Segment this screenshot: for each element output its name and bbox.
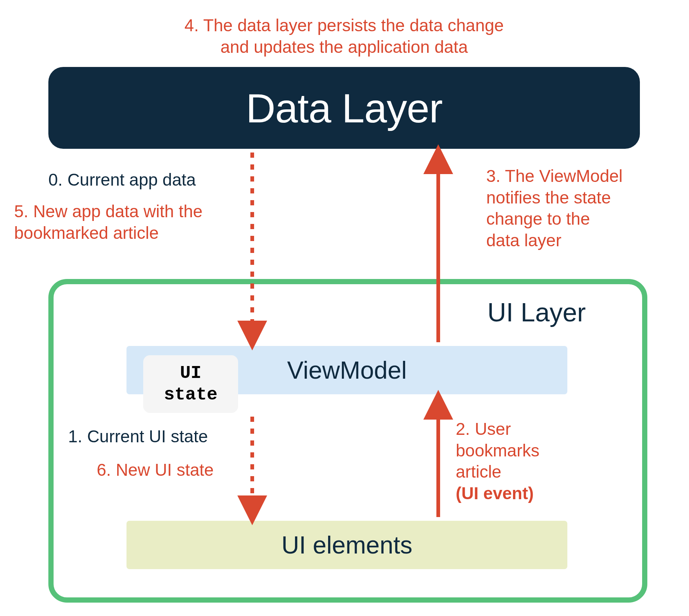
data-layer-label: Data Layer xyxy=(246,84,442,132)
annotation-step3-line2: notifies the state xyxy=(486,187,623,209)
architecture-diagram: 4. The data layer persists the data chan… xyxy=(0,0,689,616)
annotation-step5-line2: bookmarked article xyxy=(14,222,202,244)
annotation-step2-line1: 2. User xyxy=(456,418,539,440)
annotation-step1: 1. Current UI state xyxy=(68,426,208,447)
ui-state-label: UI state xyxy=(164,363,217,405)
annotation-step4: 4. The data layer persists the data chan… xyxy=(160,15,528,58)
annotation-step0: 0. Current app data xyxy=(48,169,196,191)
annotation-step3-line3: change to the xyxy=(486,208,623,230)
annotation-step2-line2: bookmarks xyxy=(456,440,539,462)
annotation-step4-line2: and updates the application data xyxy=(160,36,528,58)
annotation-step6: 6. New UI state xyxy=(97,459,214,481)
ui-state-box: UI state xyxy=(143,355,238,413)
data-layer-box: Data Layer xyxy=(48,67,640,149)
viewmodel-label: ViewModel xyxy=(287,356,407,384)
annotation-step3-line4: data layer xyxy=(486,230,623,251)
ui-layer-label: UI Layer xyxy=(487,298,586,327)
annotation-step3-line1: 3. The ViewModel xyxy=(486,166,623,187)
ui-elements-box: UI elements xyxy=(126,521,567,569)
annotation-step5: 5. New app data with the bookmarked arti… xyxy=(14,201,202,244)
annotation-step3: 3. The ViewModel notifies the state chan… xyxy=(486,166,623,251)
annotation-step2: 2. User bookmarks article (UI event) xyxy=(456,418,539,504)
annotation-step2-line4: (UI event) xyxy=(456,483,539,504)
ui-elements-label: UI elements xyxy=(281,531,412,559)
annotation-step2-line3: article xyxy=(456,461,539,483)
annotation-step4-line1: 4. The data layer persists the data chan… xyxy=(160,15,528,36)
annotation-step5-line1: 5. New app data with the xyxy=(14,201,202,222)
